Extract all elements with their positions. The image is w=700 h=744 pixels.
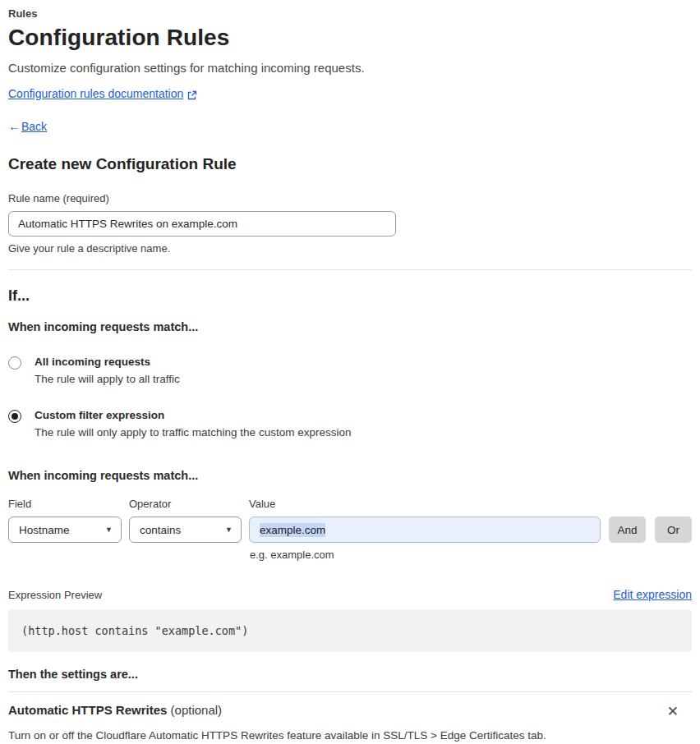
back-link-row: ← Back bbox=[8, 119, 692, 133]
close-icon[interactable]: ✕ bbox=[662, 703, 684, 720]
form-heading: Create new Configuration Rule bbox=[8, 155, 692, 173]
expression-preview-label: Expression Preview bbox=[8, 589, 102, 601]
field-select[interactable]: Hostname ▼ bbox=[8, 517, 122, 543]
setting-description: Turn on or off the Cloudflare Automatic … bbox=[8, 729, 692, 742]
radio-option-all-requests[interactable]: All incoming requests The rule will appl… bbox=[8, 356, 692, 385]
radio-option-custom-filter[interactable]: Custom filter expression The rule will o… bbox=[8, 409, 692, 439]
radio-description: The rule will apply to all traffic bbox=[35, 373, 180, 385]
back-link[interactable]: Back bbox=[21, 120, 47, 133]
match-heading: When incoming requests match... bbox=[8, 320, 692, 333]
edit-expression-link[interactable]: Edit expression bbox=[613, 588, 692, 601]
and-button[interactable]: And bbox=[609, 517, 646, 543]
builder-row: Hostname ▼ contains ▼ example.com And Or bbox=[8, 517, 692, 543]
value-input[interactable]: example.com bbox=[249, 517, 601, 543]
configuration-rules-page: Rules Configuration Rules Customize conf… bbox=[0, 0, 700, 744]
operator-select[interactable]: contains ▼ bbox=[129, 517, 242, 543]
field-select-value: Hostname bbox=[19, 524, 70, 536]
section-divider bbox=[8, 269, 692, 270]
external-link-icon bbox=[187, 89, 197, 99]
if-heading: If... bbox=[8, 287, 692, 305]
value-column-label: Value bbox=[249, 498, 692, 510]
page-title: Configuration Rules bbox=[8, 25, 692, 51]
or-button[interactable]: Or bbox=[655, 517, 692, 543]
expression-preview-row: Expression Preview Edit expression bbox=[8, 588, 692, 601]
page-subtitle: Customize configuration settings for mat… bbox=[8, 61, 692, 75]
breadcrumb: Rules bbox=[8, 7, 692, 20]
field-column-label: Field bbox=[8, 498, 129, 510]
operator-select-value: contains bbox=[140, 524, 181, 536]
setting-header: Automatic HTTPS Rewrites (optional) ✕ bbox=[8, 703, 692, 720]
chevron-down-icon: ▼ bbox=[225, 526, 233, 534]
documentation-link[interactable]: Configuration rules documentation bbox=[8, 87, 183, 100]
rule-name-help: Give your rule a descriptive name. bbox=[8, 242, 692, 255]
value-input-text: example.com bbox=[260, 523, 325, 537]
documentation-link-row: Configuration rules documentation bbox=[8, 87, 692, 100]
expression-code: (http.host contains "example.com") bbox=[21, 624, 248, 637]
radio-description: The rule will only apply to traffic matc… bbox=[35, 426, 351, 439]
rule-name-label: Rule name (required) bbox=[8, 192, 692, 204]
operator-column-label: Operator bbox=[129, 498, 249, 510]
radio-button-selected[interactable] bbox=[8, 410, 21, 423]
setting-optional-tag: (optional) bbox=[171, 703, 223, 717]
then-settings-heading: Then the settings are... bbox=[8, 668, 692, 681]
builder-heading: When incoming requests match... bbox=[8, 469, 692, 482]
expression-code-box: (http.host contains "example.com") bbox=[8, 609, 692, 652]
back-arrow-icon: ← bbox=[8, 119, 21, 133]
radio-label: All incoming requests bbox=[35, 356, 180, 368]
builder-column-labels: Field Operator Value bbox=[8, 498, 692, 510]
setting-divider bbox=[8, 691, 692, 692]
radio-label: Custom filter expression bbox=[35, 409, 351, 421]
value-help-text: e.g. example.com bbox=[250, 549, 692, 561]
setting-title: Automatic HTTPS Rewrites (optional) bbox=[8, 703, 222, 717]
chevron-down-icon: ▼ bbox=[105, 526, 113, 534]
setting-name: Automatic HTTPS Rewrites bbox=[8, 703, 167, 717]
radio-button-unselected[interactable] bbox=[8, 356, 21, 370]
rule-name-input[interactable] bbox=[8, 211, 396, 237]
